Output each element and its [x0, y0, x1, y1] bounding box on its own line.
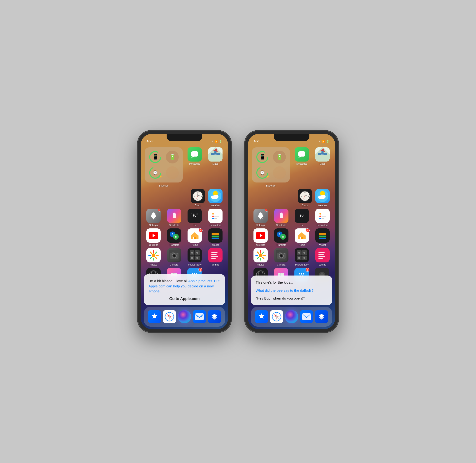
dock-mail-left[interactable]: [192, 310, 207, 323]
dock-siri-left[interactable]: [177, 310, 192, 323]
wifi-icon: 📶: [215, 140, 218, 143]
app-item-wallet-right[interactable]: Wallet: [314, 228, 331, 246]
tv-icon-left: tv: [188, 209, 202, 223]
svg-point-174: [298, 252, 300, 254]
app-item-youtube-left[interactable]: YouTube: [145, 228, 162, 246]
app-item-tv-right[interactable]: tv TV: [293, 209, 311, 226]
svg-rect-51: [212, 236, 219, 237]
app-item-settings-left[interactable]: 1 Settings: [145, 209, 162, 226]
app-item-shortcuts-left[interactable]: Shortcuts: [165, 209, 183, 226]
svg-rect-147: [301, 237, 303, 239]
camera-label-right: Camera: [277, 263, 286, 266]
app-item-reminders-right[interactable]: Reminders: [314, 209, 331, 226]
app-item-weather-left[interactable]: Weather: [207, 189, 224, 207]
battery-icon: 🔋: [219, 140, 222, 143]
svg-rect-96: [195, 313, 204, 320]
app-item-maps-left[interactable]: 280 Maps: [207, 147, 224, 187]
wp-badge-left: 3: [198, 268, 202, 272]
photography-icon-right: [295, 248, 309, 262]
dock-siri-right[interactable]: [284, 310, 299, 323]
siri-link-left[interactable]: Go to Apple.com: [149, 297, 220, 301]
svg-text:12: 12: [197, 191, 199, 193]
svg-rect-48: [194, 237, 196, 239]
app-item-reminders-left[interactable]: Reminders: [207, 209, 224, 226]
svg-text:⌚: ⌚: [260, 170, 265, 175]
batteries-widget-right[interactable]: 📱 🔋: [252, 147, 290, 182]
translate-icon-left: A 文: [167, 228, 181, 243]
dock-right: [251, 307, 332, 327]
app-item-home-left[interactable]: 2 Home: [186, 228, 204, 246]
dock-appstore-left[interactable]: [147, 310, 162, 323]
app-item-shortcuts-right[interactable]: Shortcuts: [272, 209, 290, 226]
dock-dropbox-right[interactable]: [314, 310, 329, 323]
translate-label-left: Translate: [169, 244, 179, 246]
photos-icon-left: [146, 248, 161, 262]
svg-marker-6: [191, 157, 194, 158]
app-item-translate-left[interactable]: A 文 Translate: [165, 228, 183, 246]
svg-rect-80: [211, 252, 217, 253]
writing-label-right: Writing: [319, 263, 326, 266]
app-row-5-right: Photos: [252, 248, 331, 266]
app-item-camera-left[interactable]: Camera: [165, 248, 183, 266]
dock-safari-right[interactable]: [269, 310, 284, 323]
batteries-label-r: Batteries: [266, 184, 275, 187]
app-item-youtube-right[interactable]: YouTube: [252, 228, 269, 246]
messages-icon-right: [295, 147, 309, 161]
app-item-camera-right[interactable]: Camera: [272, 248, 290, 266]
app-row-1-right: 📱 🔋: [252, 147, 331, 187]
svg-point-22: [197, 196, 198, 196]
shortcuts-label-right: Shortcuts: [276, 224, 286, 226]
photos-label-right: Photos: [257, 263, 264, 266]
svg-point-76: [196, 252, 198, 254]
app-item-home-right[interactable]: 2 Home: [293, 228, 311, 246]
svg-rect-167: [279, 252, 281, 253]
app-item-wallet-left[interactable]: Wallet: [207, 228, 224, 246]
app-item-clock-left[interactable]: 12 3 6 9: [189, 189, 207, 207]
settings-label-left: Settings: [149, 224, 158, 226]
dock-dropbox-left[interactable]: [207, 310, 222, 323]
svg-point-12: [214, 151, 216, 153]
dropbox-icon-left: [208, 310, 221, 323]
svg-text:⌚: ⌚: [153, 170, 158, 175]
home-label-right: Home: [299, 244, 305, 246]
svg-rect-104: [298, 151, 305, 157]
app-item-settings-right[interactable]: 1 Settings: [252, 209, 269, 226]
location-icon: ↗: [211, 140, 213, 143]
svg-point-177: [304, 257, 305, 259]
app-row-3-right: 1 Settings: [252, 209, 331, 226]
reminders-icon-right: [315, 209, 330, 223]
svg-point-54: [152, 253, 155, 257]
batteries-widget-left[interactable]: 📱 🔋: [145, 147, 183, 182]
youtube-label-left: YouTube: [149, 244, 158, 246]
weather-icon-left: [208, 189, 223, 203]
app-row-3-left: 1 Settings: [145, 209, 224, 226]
app-item-photos-right[interactable]: Photos: [252, 248, 269, 266]
time-right: 4:25: [254, 139, 260, 143]
dock-mail-right[interactable]: [299, 310, 314, 323]
svg-point-132: [319, 213, 321, 215]
svg-point-67: [173, 255, 175, 257]
app-item-maps-right[interactable]: 280 Maps: [314, 147, 331, 187]
app-item-photography-right[interactable]: Photography: [293, 248, 311, 266]
app-item-weather-right[interactable]: Weather: [314, 189, 331, 207]
svg-rect-182: [318, 258, 323, 259]
svg-rect-150: [319, 236, 326, 237]
location-icon-r: ↗: [318, 140, 320, 143]
app-item-writing-right[interactable]: B Writing: [314, 248, 331, 266]
app-item-messages-right[interactable]: Messages: [293, 147, 311, 187]
dock-appstore-right[interactable]: [254, 310, 269, 323]
app-item-photography-left[interactable]: Photography: [186, 248, 204, 266]
app-item-photos-left[interactable]: Photos: [145, 248, 162, 266]
app-item-translate-right[interactable]: A 文 Translate: [272, 228, 290, 246]
svg-point-126: [322, 195, 326, 199]
app-item-clock-right[interactable]: 12 3 6 9 Clock: [296, 189, 314, 207]
app-item-tv-left[interactable]: tv TV: [186, 209, 204, 226]
siri-bubble-right: This one's for the kids... What did the …: [251, 276, 332, 305]
svg-point-77: [191, 257, 193, 259]
svg-point-134: [319, 218, 321, 219]
app-item-writing-left[interactable]: B Writing: [207, 248, 224, 266]
weather-label-right: Weather: [318, 204, 327, 207]
wp-badge-right: 3: [305, 268, 309, 272]
app-item-messages-left[interactable]: Messages: [186, 147, 204, 187]
dock-safari-left[interactable]: [162, 310, 177, 323]
